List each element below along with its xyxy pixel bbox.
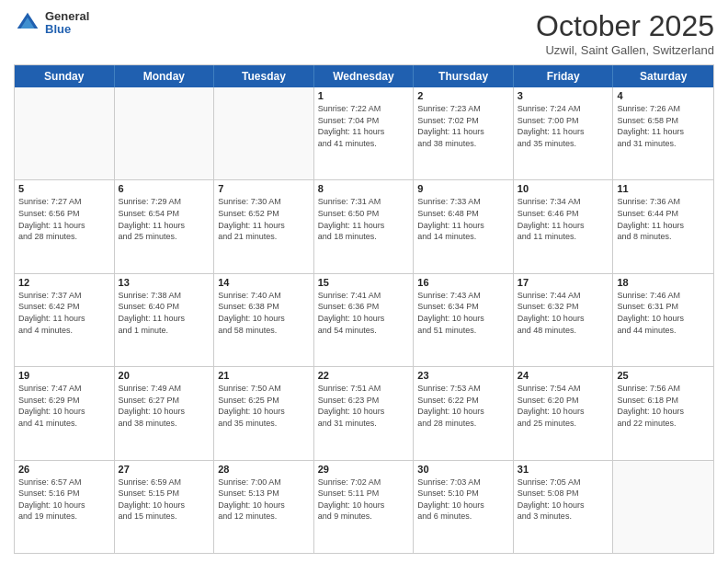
day-info: Sunrise: 7:00 AM Sunset: 5:13 PM Dayligh…: [218, 477, 310, 523]
day-info: Sunrise: 7:56 AM Sunset: 6:18 PM Dayligh…: [617, 383, 710, 429]
day-info: Sunrise: 7:50 AM Sunset: 6:25 PM Dayligh…: [218, 383, 310, 429]
day-cell-2: 2Sunrise: 7:23 AM Sunset: 7:02 PM Daylig…: [414, 87, 514, 179]
title-block: October 2025 Uzwil, Saint Gallen, Switze…: [536, 9, 714, 57]
calendar-row-3: 12Sunrise: 7:37 AM Sunset: 6:42 PM Dayli…: [15, 273, 713, 366]
day-number: 23: [417, 370, 509, 381]
day-info: Sunrise: 7:22 AM Sunset: 7:04 PM Dayligh…: [318, 103, 410, 149]
header-day-thursday: Thursday: [414, 65, 514, 87]
day-number: 21: [218, 370, 310, 381]
day-info: Sunrise: 6:57 AM Sunset: 5:16 PM Dayligh…: [18, 477, 110, 523]
day-cell-15: 15Sunrise: 7:41 AM Sunset: 6:36 PM Dayli…: [314, 274, 415, 366]
day-cell-19: 19Sunrise: 7:47 AM Sunset: 6:29 PM Dayli…: [15, 367, 115, 459]
day-info: Sunrise: 7:47 AM Sunset: 6:29 PM Dayligh…: [18, 383, 110, 429]
day-cell-26: 26Sunrise: 6:57 AM Sunset: 5:16 PM Dayli…: [15, 461, 115, 553]
empty-cell: [613, 461, 713, 553]
day-number: 3: [518, 90, 609, 101]
logo-text: General Blue: [45, 10, 89, 37]
empty-cell: [214, 87, 314, 179]
day-cell-4: 4Sunrise: 7:26 AM Sunset: 6:58 PM Daylig…: [613, 87, 713, 179]
day-number: 15: [318, 277, 410, 288]
day-number: 26: [18, 464, 110, 475]
day-cell-8: 8Sunrise: 7:31 AM Sunset: 6:50 PM Daylig…: [314, 180, 415, 272]
day-cell-11: 11Sunrise: 7:36 AM Sunset: 6:44 PM Dayli…: [613, 180, 713, 272]
day-info: Sunrise: 7:49 AM Sunset: 6:27 PM Dayligh…: [119, 383, 210, 429]
day-number: 12: [18, 277, 110, 288]
day-cell-21: 21Sunrise: 7:50 AM Sunset: 6:25 PM Dayli…: [214, 367, 314, 459]
day-number: 13: [119, 277, 210, 288]
day-cell-27: 27Sunrise: 6:59 AM Sunset: 5:15 PM Dayli…: [115, 461, 215, 553]
day-number: 17: [518, 277, 609, 288]
day-cell-18: 18Sunrise: 7:46 AM Sunset: 6:31 PM Dayli…: [613, 274, 713, 366]
day-info: Sunrise: 6:59 AM Sunset: 5:15 PM Dayligh…: [119, 477, 210, 523]
day-cell-6: 6Sunrise: 7:29 AM Sunset: 6:54 PM Daylig…: [115, 180, 215, 272]
day-number: 25: [617, 370, 710, 381]
day-cell-28: 28Sunrise: 7:00 AM Sunset: 5:13 PM Dayli…: [214, 461, 314, 553]
day-number: 14: [218, 277, 310, 288]
day-number: 7: [218, 183, 310, 194]
day-info: Sunrise: 7:37 AM Sunset: 6:42 PM Dayligh…: [18, 290, 110, 336]
header: General Blue October 2025 Uzwil, Saint G…: [14, 9, 714, 57]
day-number: 27: [119, 464, 210, 475]
header-day-monday: Monday: [115, 65, 215, 87]
logo-blue-text: Blue: [45, 23, 89, 36]
day-cell-16: 16Sunrise: 7:43 AM Sunset: 6:34 PM Dayli…: [414, 274, 514, 366]
day-number: 16: [417, 277, 509, 288]
calendar-row-2: 5Sunrise: 7:27 AM Sunset: 6:56 PM Daylig…: [15, 179, 713, 272]
day-number: 24: [518, 370, 609, 381]
day-info: Sunrise: 7:30 AM Sunset: 6:52 PM Dayligh…: [218, 196, 310, 242]
day-cell-17: 17Sunrise: 7:44 AM Sunset: 6:32 PM Dayli…: [514, 274, 614, 366]
day-number: 6: [119, 183, 210, 194]
calendar-row-1: 1Sunrise: 7:22 AM Sunset: 7:04 PM Daylig…: [15, 87, 713, 179]
day-cell-24: 24Sunrise: 7:54 AM Sunset: 6:20 PM Dayli…: [514, 367, 614, 459]
logo-general-text: General: [45, 10, 89, 23]
day-info: Sunrise: 7:02 AM Sunset: 5:11 PM Dayligh…: [318, 477, 410, 523]
calendar-row-5: 26Sunrise: 6:57 AM Sunset: 5:16 PM Dayli…: [15, 460, 713, 553]
day-info: Sunrise: 7:24 AM Sunset: 7:00 PM Dayligh…: [518, 103, 609, 149]
day-cell-23: 23Sunrise: 7:53 AM Sunset: 6:22 PM Dayli…: [414, 367, 514, 459]
day-cell-30: 30Sunrise: 7:03 AM Sunset: 5:10 PM Dayli…: [414, 461, 514, 553]
day-cell-13: 13Sunrise: 7:38 AM Sunset: 6:40 PM Dayli…: [115, 274, 215, 366]
day-cell-3: 3Sunrise: 7:24 AM Sunset: 7:00 PM Daylig…: [514, 87, 614, 179]
day-number: 30: [417, 464, 509, 475]
day-cell-5: 5Sunrise: 7:27 AM Sunset: 6:56 PM Daylig…: [15, 180, 115, 272]
header-day-saturday: Saturday: [613, 65, 713, 87]
logo: General Blue: [14, 9, 89, 37]
day-number: 19: [18, 370, 110, 381]
location: Uzwil, Saint Gallen, Switzerland: [536, 43, 714, 57]
day-cell-14: 14Sunrise: 7:40 AM Sunset: 6:38 PM Dayli…: [214, 274, 314, 366]
page: General Blue October 2025 Uzwil, Saint G…: [0, 0, 728, 563]
day-cell-20: 20Sunrise: 7:49 AM Sunset: 6:27 PM Dayli…: [115, 367, 215, 459]
day-info: Sunrise: 7:41 AM Sunset: 6:36 PM Dayligh…: [318, 290, 410, 336]
empty-cell: [15, 87, 115, 179]
day-cell-31: 31Sunrise: 7:05 AM Sunset: 5:08 PM Dayli…: [514, 461, 614, 553]
header-day-tuesday: Tuesday: [214, 65, 314, 87]
day-info: Sunrise: 7:23 AM Sunset: 7:02 PM Dayligh…: [417, 103, 509, 149]
day-number: 1: [318, 90, 410, 101]
header-day-friday: Friday: [514, 65, 614, 87]
day-cell-25: 25Sunrise: 7:56 AM Sunset: 6:18 PM Dayli…: [613, 367, 713, 459]
day-info: Sunrise: 7:44 AM Sunset: 6:32 PM Dayligh…: [518, 290, 609, 336]
day-number: 11: [617, 183, 710, 194]
day-info: Sunrise: 7:27 AM Sunset: 6:56 PM Dayligh…: [18, 196, 110, 242]
day-info: Sunrise: 7:43 AM Sunset: 6:34 PM Dayligh…: [417, 290, 509, 336]
day-cell-12: 12Sunrise: 7:37 AM Sunset: 6:42 PM Dayli…: [15, 274, 115, 366]
calendar-row-4: 19Sunrise: 7:47 AM Sunset: 6:29 PM Dayli…: [15, 366, 713, 459]
day-info: Sunrise: 7:40 AM Sunset: 6:38 PM Dayligh…: [218, 290, 310, 336]
day-number: 18: [617, 277, 710, 288]
day-number: 28: [218, 464, 310, 475]
day-info: Sunrise: 7:36 AM Sunset: 6:44 PM Dayligh…: [617, 196, 710, 242]
logo-icon: [14, 9, 41, 37]
day-cell-10: 10Sunrise: 7:34 AM Sunset: 6:46 PM Dayli…: [514, 180, 614, 272]
day-info: Sunrise: 7:38 AM Sunset: 6:40 PM Dayligh…: [119, 290, 210, 336]
empty-cell: [115, 87, 215, 179]
header-day-sunday: Sunday: [15, 65, 115, 87]
day-number: 4: [617, 90, 710, 101]
day-number: 5: [18, 183, 110, 194]
day-number: 22: [318, 370, 410, 381]
day-cell-7: 7Sunrise: 7:30 AM Sunset: 6:52 PM Daylig…: [214, 180, 314, 272]
day-info: Sunrise: 7:33 AM Sunset: 6:48 PM Dayligh…: [417, 196, 509, 242]
day-cell-29: 29Sunrise: 7:02 AM Sunset: 5:11 PM Dayli…: [314, 461, 415, 553]
day-info: Sunrise: 7:26 AM Sunset: 6:58 PM Dayligh…: [617, 103, 710, 149]
calendar-header: SundayMondayTuesdayWednesdayThursdayFrid…: [15, 65, 713, 87]
calendar-body: 1Sunrise: 7:22 AM Sunset: 7:04 PM Daylig…: [15, 87, 713, 553]
